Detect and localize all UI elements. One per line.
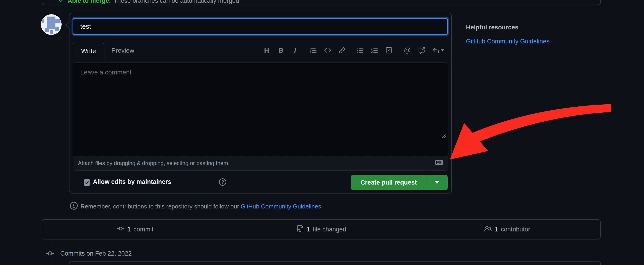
people-icon (484, 225, 492, 234)
tasklist-icon[interactable] (382, 43, 396, 57)
saved-replies-icon[interactable] (429, 43, 448, 57)
merge-status-text: Able to merge. (68, 0, 111, 4)
cross-reference-icon[interactable] (414, 43, 429, 57)
heading-icon[interactable]: H (260, 43, 274, 57)
guidelines-note: Remember, contributions to this reposito… (70, 202, 323, 211)
attach-hint: Attach files by dragging & dropping, sel… (78, 160, 230, 166)
unordered-list-icon[interactable] (353, 43, 368, 57)
link-icon[interactable] (335, 43, 349, 57)
avatar (41, 14, 62, 35)
pull-request-page: Able to merge. These branches can be aut… (0, 0, 644, 265)
git-commit-icon (45, 249, 55, 258)
markdown-icon[interactable] (436, 159, 443, 168)
pr-stats-bar: 1 commit 1 file changed 1 contributor (42, 219, 601, 240)
create-pr-button[interactable]: Create pull request (351, 175, 426, 190)
italic-icon[interactable]: I (288, 43, 302, 57)
allow-edits-label: Allow edits by maintainers (93, 178, 171, 186)
sidebar-heading: Helpful resources (466, 24, 550, 31)
file-diff-icon (296, 225, 304, 234)
mention-icon[interactable]: @ (400, 43, 414, 57)
stat-contributors[interactable]: 1 contributor (414, 220, 600, 239)
comment-textarea[interactable]: Leave a comment (73, 63, 448, 156)
check-icon (58, 0, 65, 5)
tab-preview[interactable]: Preview (104, 43, 141, 58)
chevron-down-icon (435, 181, 439, 184)
git-commit-icon (117, 225, 124, 234)
guidelines-link[interactable]: GitHub Community Guidelines (241, 203, 321, 210)
form-footer: Allow edits by maintainers Create pull r… (70, 174, 451, 190)
tab-write[interactable]: Write (73, 43, 104, 59)
code-icon[interactable] (320, 43, 335, 57)
merge-status-banner: Able to merge. These branches can be aut… (42, 0, 601, 5)
helpful-resources: Helpful resources GitHub Community Guide… (466, 24, 550, 45)
sidebar-guidelines-link[interactable]: GitHub Community Guidelines (466, 38, 550, 45)
note-text: Remember, contributions to this reposito… (80, 203, 241, 210)
merge-status-description: These branches can be automatically merg… (114, 0, 241, 4)
allow-edits-checkbox[interactable] (84, 179, 90, 186)
commits-date-heading: Commits on Feb 22, 2022 (60, 250, 132, 257)
comment-placeholder: Leave a comment (80, 69, 132, 76)
pr-title-input[interactable] (73, 18, 448, 35)
attach-files-dropzone[interactable]: Attach files by dragging & dropping, sel… (73, 156, 448, 170)
chevron-down-icon (441, 49, 444, 51)
comment-editor: Leave a comment Attach files by dragging… (73, 62, 448, 171)
pr-form: Write Preview H B I (69, 13, 452, 194)
info-icon (70, 202, 78, 211)
stat-commits[interactable]: 1 commit (42, 220, 228, 239)
create-pr-button-group: Create pull request (351, 175, 448, 190)
question-icon[interactable] (219, 178, 226, 187)
resize-grip-icon[interactable] (441, 133, 446, 139)
quote-icon[interactable] (306, 43, 320, 57)
bold-icon[interactable]: B (274, 43, 288, 57)
stat-files-changed[interactable]: 1 file changed (228, 220, 414, 239)
ordered-list-icon[interactable] (368, 43, 382, 57)
create-pr-dropdown[interactable] (426, 175, 448, 190)
commit-list-box (69, 261, 601, 265)
markdown-toolbar: H B I @ (260, 43, 448, 58)
